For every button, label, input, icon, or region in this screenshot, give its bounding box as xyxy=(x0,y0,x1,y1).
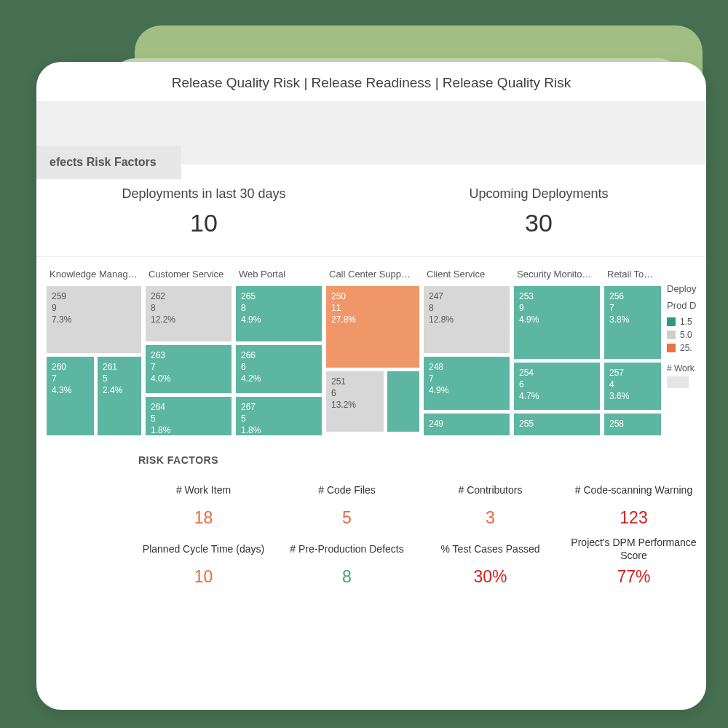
risk-factor-value: 30% xyxy=(425,567,555,587)
kpi-value: 30 xyxy=(371,209,706,237)
risk-factor-value: 5 xyxy=(282,508,412,528)
legend-title-1: Deploy xyxy=(667,283,699,294)
legend-swatch-icon xyxy=(667,317,676,326)
risk-factors-title: RISK FACTORS xyxy=(138,454,699,476)
legend-swatch-icon xyxy=(667,344,676,352)
treemap-column-header: Knowledge Manag… xyxy=(47,267,141,282)
risk-factor: # Code Files5 xyxy=(282,476,412,528)
treemap-column-header: Customer Service xyxy=(146,267,232,282)
treemap-column: Knowledge Manag…25997.3%26074.3%26152.4% xyxy=(47,267,141,435)
legend-title-2: Prod D xyxy=(667,300,699,311)
risk-factor-value: 10 xyxy=(138,567,269,587)
treemap-cell[interactable]: 25464.7% xyxy=(514,363,600,410)
treemap-cell[interactable]: 25743.6% xyxy=(604,363,661,410)
treemap-column: Web Portal26584.9%26664.2%26751.8% xyxy=(236,267,322,435)
treemap-cell[interactable]: 262812.2% xyxy=(146,286,232,341)
treemap-column: Retail To…25673.8%25743.6%258 xyxy=(604,267,661,435)
kpi-upcoming-deployments: Upcoming Deployments 30 xyxy=(371,186,706,237)
risk-factor: # Contributors3 xyxy=(425,476,555,528)
treemap-column: Call Center Supp…2501127.8%251613.2% xyxy=(326,267,419,435)
risk-factor-value: 3 xyxy=(425,508,555,528)
filter-strip: efects Risk Factors xyxy=(36,102,706,165)
legend-footer: # Work xyxy=(667,363,699,373)
treemap-column-header: Call Center Supp… xyxy=(326,267,419,282)
risk-factor-label: % Test Cases Passed xyxy=(425,535,555,563)
treemap-cell[interactable]: 2501127.8% xyxy=(326,286,419,368)
titlebar: Release Quality Risk | Release Readiness… xyxy=(36,62,706,102)
risk-factor-label: Project's DPM Performance Score xyxy=(569,535,699,563)
size-swatch-icon xyxy=(667,376,689,388)
treemap-cell[interactable]: 26074.3% xyxy=(47,357,94,435)
tab-defects-risk-factors[interactable]: efects Risk Factors xyxy=(36,146,181,179)
treemap-column: Security Monito…25394.9%25464.7%255 xyxy=(514,267,600,435)
risk-factor-label: # Contributors xyxy=(425,476,555,504)
risk-factor: # Pre-Production Defects8 xyxy=(282,535,412,587)
legend-label: 5.0 xyxy=(680,330,692,340)
risk-factor-value: 8 xyxy=(282,567,412,587)
treemap-cell[interactable]: 26751.8% xyxy=(236,397,322,435)
treemap-cell[interactable]: 249 xyxy=(424,414,510,435)
treemap-cell[interactable]: 26584.9% xyxy=(236,286,322,341)
risk-factor-label: # Code-scanning Warning xyxy=(569,476,699,504)
risk-factor-label: # Work Item xyxy=(138,476,269,504)
treemap-section: Knowledge Manag…25997.3%26074.3%26152.4%… xyxy=(36,257,706,444)
treemap-cell[interactable]: 24874.9% xyxy=(424,357,510,410)
treemap-cell[interactable]: 258 xyxy=(604,414,661,435)
treemap-column-header: Retail To… xyxy=(604,267,661,282)
risk-factor: # Work Item18 xyxy=(138,476,269,528)
treemap-cell[interactable]: 26152.4% xyxy=(98,357,141,435)
treemap-column-header: Client Service xyxy=(424,267,510,282)
risk-factor: Project's DPM Performance Score77% xyxy=(569,535,699,587)
treemap-column: Customer Service262812.2%26374.0%26451.8… xyxy=(146,267,232,435)
legend-item: 5.0 xyxy=(667,330,699,340)
risk-factors-panel: RISK FACTORS # Work Item18# Code Files5#… xyxy=(36,444,706,609)
legend-label: 1.5 xyxy=(680,317,692,327)
risk-factor-value: 18 xyxy=(138,508,269,528)
treemap-column: Client Service247812.8%24874.9%249 xyxy=(424,267,510,435)
treemap-cell[interactable]: 26664.2% xyxy=(236,345,322,393)
legend-swatch-icon xyxy=(667,331,676,339)
treemap-column-header: Web Portal xyxy=(236,267,322,282)
kpi-value: 10 xyxy=(36,209,371,237)
treemap-cell[interactable]: 26451.8% xyxy=(146,397,232,435)
treemap-cell[interactable]: 247812.8% xyxy=(424,286,510,353)
risk-factor: # Code-scanning Warning123 xyxy=(569,476,699,528)
treemap[interactable]: Knowledge Manag…25997.3%26074.3%26152.4%… xyxy=(47,267,661,435)
risk-factor-label: # Pre-Production Defects xyxy=(282,535,412,563)
risk-factor: Planned Cycle Time (days)10 xyxy=(138,535,269,587)
legend-label: 25. xyxy=(680,343,692,353)
treemap-cell[interactable] xyxy=(387,371,419,432)
legend-item: 1.5 xyxy=(667,317,699,327)
kpi-deployments-last-30: Deployments in last 30 days 10 xyxy=(36,186,371,237)
treemap-cell[interactable]: 255 xyxy=(514,414,600,435)
treemap-cell[interactable]: 25673.8% xyxy=(604,286,661,359)
treemap-legend: Deploy Prod D 1.55.025. # Work xyxy=(667,267,699,435)
kpi-label: Upcoming Deployments xyxy=(371,186,706,202)
breadcrumb[interactable]: Release Quality Risk | Release Readiness… xyxy=(58,75,684,91)
risk-factor-label: # Code Files xyxy=(282,476,412,504)
treemap-cell[interactable]: 25997.3% xyxy=(47,286,141,353)
risk-factor-label: Planned Cycle Time (days) xyxy=(138,535,269,563)
kpi-label: Deployments in last 30 days xyxy=(36,186,371,202)
treemap-cell[interactable]: 25394.9% xyxy=(514,286,600,359)
risk-factor-value: 123 xyxy=(569,508,699,528)
treemap-cell[interactable]: 251613.2% xyxy=(326,371,384,432)
dashboard-window: Release Quality Risk | Release Readiness… xyxy=(36,62,706,710)
treemap-cell[interactable]: 26374.0% xyxy=(146,345,232,393)
treemap-column-header: Security Monito… xyxy=(514,267,600,282)
risk-factor-value: 77% xyxy=(569,567,699,587)
risk-factor: % Test Cases Passed30% xyxy=(425,535,555,587)
legend-item: 25. xyxy=(667,343,699,353)
